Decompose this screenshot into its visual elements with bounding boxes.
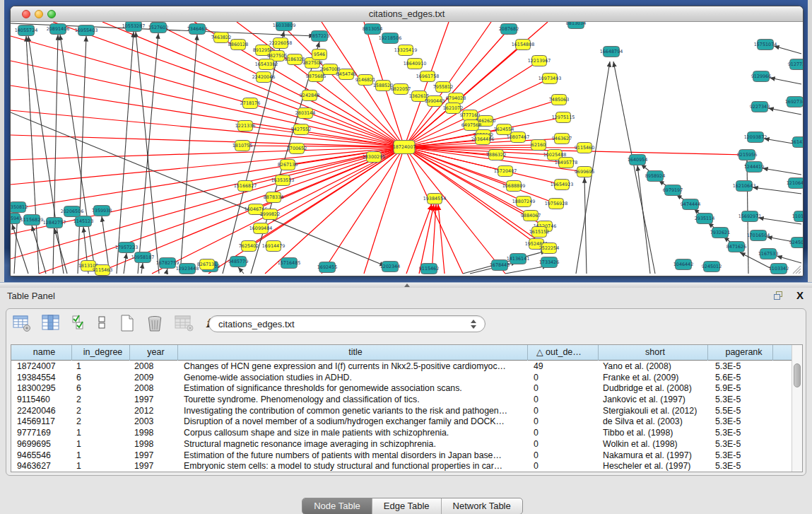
graph-node[interactable]: 7886322 (486, 150, 506, 160)
table-vertical-scrollbar[interactable] (792, 345, 802, 472)
graph-node[interactable]: 17957223 (115, 243, 139, 253)
graph-node[interactable]: 8860128 (228, 40, 248, 50)
graph-node[interactable]: 14136141 (507, 254, 530, 264)
graph-node[interactable]: 2522254 (539, 243, 559, 254)
graph-node[interactable]: 9245012 (702, 262, 722, 272)
graph-node[interactable]: 7346463 (187, 24, 207, 35)
graph-node[interactable]: 1692455 (317, 262, 337, 273)
graph-node[interactable]: 9227343 (750, 102, 770, 112)
graph-node[interactable]: 6822057 (391, 84, 411, 95)
graph-node[interactable]: 12842757 (43, 218, 66, 228)
graph-node[interactable]: 8350812 (11, 202, 28, 213)
graph-node[interactable]: 18640910 (404, 59, 427, 69)
column-header-short[interactable]: short (599, 345, 708, 361)
graph-node[interactable]: 9699695 (575, 167, 594, 177)
graph-node[interactable]: 6794028 (446, 93, 466, 104)
graph-node[interactable]: 9129966 (751, 71, 771, 82)
graph-node[interactable]: 16154808 (512, 40, 535, 50)
graph-node[interactable]: 7359938 (92, 206, 112, 216)
graph-node[interactable]: 62160 (531, 140, 546, 151)
graph-node[interactable]: 1221336 (235, 121, 255, 132)
graph-node[interactable]: 8427552 (291, 124, 311, 135)
graph-node[interactable]: 9245022 (789, 238, 803, 248)
graph-node[interactable]: 16210643 (733, 181, 756, 192)
graph-node[interactable]: 9463627 (552, 134, 572, 144)
table-settings-icon[interactable] (12, 314, 32, 332)
delete-attribute-icon[interactable] (146, 314, 164, 332)
graph-node[interactable]: 8215956 (737, 150, 757, 160)
graph-node[interactable]: 15751074 (754, 40, 777, 50)
graph-node[interactable]: 1678445 (490, 260, 510, 271)
graph-node[interactable]: 6497568 (461, 120, 481, 131)
table-row[interactable]: 2242004622012Investigating the contribut… (11, 406, 792, 417)
network-window[interactable]: citations_edges.txt 14055724208914061695… (10, 6, 804, 276)
graph-node[interactable]: 1810755 (233, 141, 252, 151)
network-window-titlebar[interactable]: citations_edges.txt (11, 6, 803, 22)
table-row[interactable]: 1456911722003Disruption of a novel membe… (11, 416, 792, 428)
graph-node[interactable]: 20891406 (47, 24, 70, 35)
select-columns-icon[interactable] (71, 314, 88, 332)
panel-splitter[interactable] (0, 282, 812, 288)
graph-node[interactable]: 1145123 (73, 216, 93, 227)
graph-node[interactable]: 8813034 (566, 22, 586, 29)
column-header-title[interactable]: title (178, 345, 528, 361)
graph-node[interactable]: 19756928 (545, 199, 568, 209)
table-row[interactable]: 946554611997Estimation of the future num… (11, 450, 792, 462)
graph-node[interactable]: 7955812 (433, 82, 453, 93)
graph-node[interactable]: 12923448 (176, 264, 199, 274)
graph-node[interactable]: 1614319 (791, 137, 803, 148)
graph-node[interactable]: 8878334 (264, 192, 283, 203)
graph-node[interactable]: 9115463 (93, 265, 112, 276)
graph-node[interactable]: 1990443 (425, 96, 445, 107)
graph-node[interactable]: 7485063 (549, 95, 569, 105)
table-row[interactable]: 1830029562008Estimation of significance … (11, 383, 792, 395)
graph-node[interactable]: 11156829 (20, 215, 44, 226)
graph-node[interactable]: 2935114 (695, 214, 714, 224)
graph-node[interactable]: 17016504 (747, 230, 770, 241)
table-row[interactable]: 969969511998Structural magnetic resonanc… (11, 439, 792, 450)
graph-node[interactable]: 1210643 (787, 178, 803, 189)
column-header-name[interactable]: name (11, 345, 72, 361)
float-panel-icon[interactable] (774, 291, 784, 300)
close-panel-icon[interactable]: X (796, 289, 804, 301)
table-row[interactable]: 911546021997Tourette syndrome. Phenomeno… (11, 395, 792, 406)
graph-node[interactable]: 1202344 (380, 262, 400, 272)
tab-node-table[interactable]: Node Table (302, 498, 372, 514)
graph-node[interactable]: 9115462 (419, 264, 439, 274)
graph-node[interactable]: 13325419 (394, 45, 418, 56)
graph-node[interactable]: 8813054 (363, 24, 382, 35)
table-row[interactable]: 1872400712008Changes of HCN gene express… (11, 361, 792, 373)
graph-node[interactable]: 16033809 (273, 22, 296, 31)
graph-node[interactable]: 8267131 (197, 259, 217, 270)
network-canvas[interactable]: 1405572420891406169554031055328715276027… (11, 22, 803, 276)
graph-node[interactable]: 20206506 (61, 206, 84, 217)
graph-node[interactable]: 12093872 (744, 132, 767, 143)
citation-network-graph[interactable]: 1405572420891406169554031055328715276027… (11, 22, 803, 276)
column-header-pagerank[interactable]: pagerank (708, 345, 773, 361)
graph-node[interactable]: 1640954 (628, 155, 647, 165)
graph-node[interactable]: 9546 (312, 49, 327, 60)
table-row[interactable]: 946362711997Embryonic stem cells: a mode… (11, 461, 792, 472)
graph-node[interactable]: 8267130 (278, 160, 298, 170)
scrollbar-thumb[interactable] (794, 363, 801, 387)
graph-node[interactable]: 7625402 (239, 241, 259, 252)
graph-node[interactable]: 9474444 (681, 199, 700, 210)
table-column-icon[interactable] (41, 314, 61, 332)
graph-node[interactable]: 10553287 (122, 22, 146, 32)
graph-node[interactable]: 16961758 (416, 71, 440, 82)
graph-node[interactable]: 1624554 (494, 124, 514, 135)
graph-node[interactable]: 15716485 (278, 258, 301, 269)
resize-grip-icon[interactable] (790, 263, 801, 274)
graph-node[interactable]: 15692971 (739, 211, 762, 222)
graph-node[interactable]: 1101655 (792, 211, 803, 222)
column-header-out_de[interactable]: △ out_de… (528, 345, 599, 361)
graph-node[interactable]: 1999822 (260, 209, 280, 220)
graph-node[interactable]: 2718176 (240, 98, 260, 109)
graph-node[interactable]: 8454749 (336, 69, 356, 80)
tab-edge-table[interactable]: Edge Table (372, 498, 442, 514)
graph-node[interactable]: 15720407 (494, 166, 517, 177)
column-header-in_degree[interactable]: in_degree (72, 345, 130, 361)
graph-node[interactable]: 2803144 (295, 108, 315, 119)
splitter-handle-icon[interactable] (404, 284, 410, 287)
graph-node[interactable]: 9127734 (788, 59, 803, 70)
